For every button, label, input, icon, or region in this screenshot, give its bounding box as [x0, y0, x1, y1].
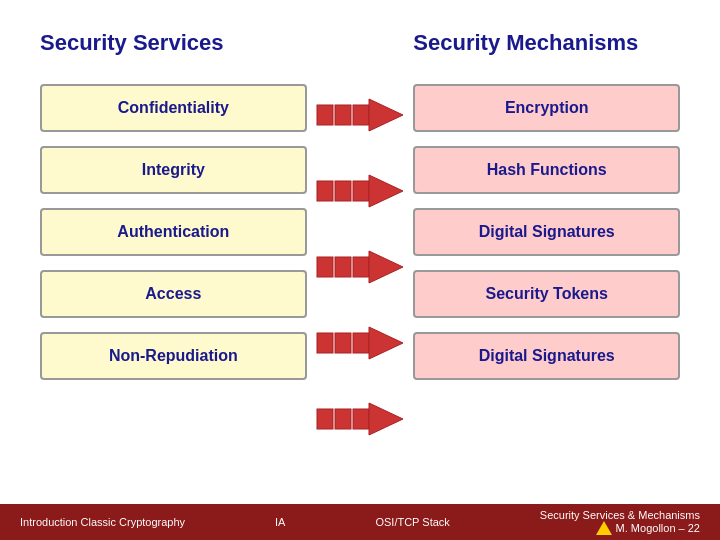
service-non-repudiation: Non-Repudiation: [40, 332, 307, 380]
left-header: Security Services: [40, 30, 307, 74]
svg-marker-7: [369, 175, 403, 207]
service-access: Access: [40, 270, 307, 318]
svg-rect-6: [353, 181, 369, 201]
svg-rect-1: [335, 105, 351, 125]
mechanism-encryption: Encryption: [413, 84, 680, 132]
service-authentication: Authentication: [40, 208, 307, 256]
content-columns: Confidentiality Integrity Authentication…: [40, 84, 680, 464]
mechanism-digital-signatures-1: Digital Signatures: [413, 208, 680, 256]
arrow-3: [315, 236, 405, 298]
services-title: Security Services: [40, 30, 307, 56]
svg-rect-0: [317, 105, 333, 125]
footer-right-section: Security Services & Mechanisms M. Mogoll…: [540, 509, 700, 535]
svg-rect-18: [353, 409, 369, 429]
arrow-header-spacer: [307, 30, 414, 74]
mechanism-hash-functions: Hash Functions: [413, 146, 680, 194]
main-content: Security Services Security Mechanisms Co…: [0, 0, 720, 474]
mechanism-digital-signatures-2: Digital Signatures: [413, 332, 680, 380]
arrow-1: [315, 84, 405, 146]
mechanisms-title: Security Mechanisms: [413, 30, 680, 56]
svg-rect-14: [353, 333, 369, 353]
services-column: Confidentiality Integrity Authentication…: [40, 84, 307, 464]
svg-rect-5: [335, 181, 351, 201]
svg-rect-2: [353, 105, 369, 125]
svg-marker-19: [369, 403, 403, 435]
svg-marker-15: [369, 327, 403, 359]
columns-header: Security Services Security Mechanisms: [40, 30, 680, 74]
footer-center2: OSI/TCP Stack: [375, 516, 449, 528]
footer-left: Introduction Classic Cryptography: [20, 516, 185, 528]
svg-rect-17: [335, 409, 351, 429]
service-confidentiality: Confidentiality: [40, 84, 307, 132]
footer-badge: Security Services & Mechanisms M. Mogoll…: [540, 509, 700, 535]
svg-rect-12: [317, 333, 333, 353]
svg-marker-11: [369, 251, 403, 283]
right-header: Security Mechanisms: [413, 30, 680, 74]
footer-center: IA: [275, 516, 285, 528]
svg-rect-8: [317, 257, 333, 277]
triangle-icon: [596, 521, 612, 535]
svg-rect-4: [317, 181, 333, 201]
svg-rect-13: [335, 333, 351, 353]
svg-rect-16: [317, 409, 333, 429]
arrow-4: [315, 312, 405, 374]
svg-rect-10: [353, 257, 369, 277]
svg-rect-9: [335, 257, 351, 277]
mechanisms-column: Encryption Hash Functions Digital Signat…: [413, 84, 680, 464]
service-integrity: Integrity: [40, 146, 307, 194]
arrows-column: [307, 84, 414, 464]
arrow-2: [315, 160, 405, 222]
svg-marker-3: [369, 99, 403, 131]
footer-bar: Introduction Classic Cryptography IA OSI…: [0, 504, 720, 540]
mechanism-security-tokens: Security Tokens: [413, 270, 680, 318]
arrow-5: [315, 388, 405, 450]
